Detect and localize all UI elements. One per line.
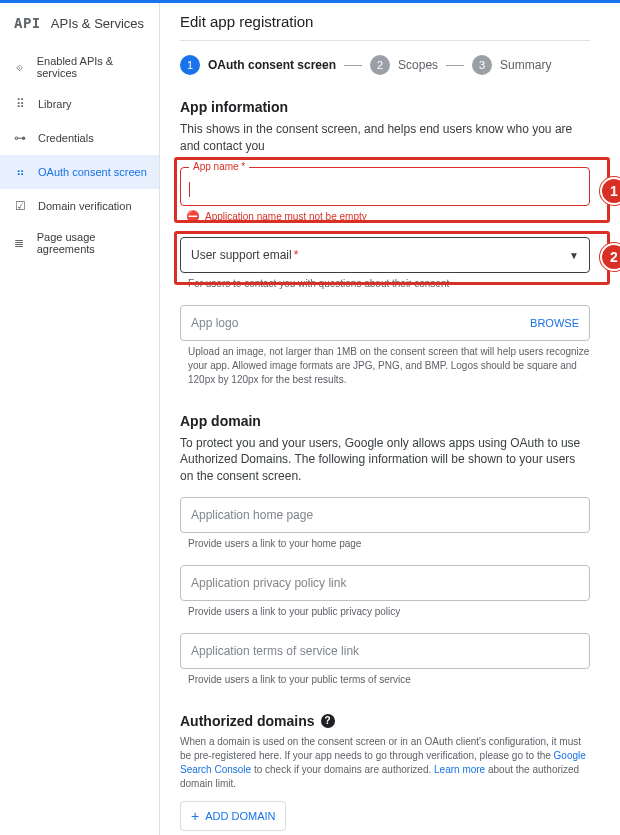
app-name-input[interactable] [191,183,579,197]
sidebar-item-label: Enabled APIs & services [37,55,149,79]
sidebar-item-label: Domain verification [38,200,132,212]
step-divider [446,65,464,66]
browse-button[interactable]: BROWSE [530,317,579,329]
privacy-policy-input[interactable] [180,565,590,601]
user-support-email-helper: For users to contact you with questions … [180,277,590,291]
sidebar-item-domain-verification[interactable]: ☑ Domain verification [0,189,159,223]
step-number: 1 [180,55,200,75]
authorized-domains-desc: When a domain is used on the consent scr… [180,735,590,791]
section-title: App information [180,99,590,115]
user-support-email-label: User support email [191,248,292,262]
stepper: 1 OAuth consent screen 2 Scopes 3 Summar… [180,55,590,75]
annotation-badge-2: 2 [600,243,620,271]
agreement-icon: ≣ [10,234,29,252]
sidebar-header: API APIs & Services [0,3,159,43]
product-title: APIs & Services [51,16,144,31]
terms-of-service-input[interactable] [180,633,590,669]
annotation-badge-1: 1 [600,177,620,205]
app-name-field[interactable]: App name * [180,167,590,206]
section-app-domain: App domain To protect you and your users… [180,413,590,687]
sidebar-item-label: Library [38,98,72,110]
text-caret-icon [189,182,190,197]
grid-icon: ⟐ [10,58,29,76]
error-icon: ⛔ [186,210,200,223]
library-icon: ⠿ [10,95,30,113]
section-description: To protect you and your users, Google on… [180,435,590,485]
sidebar-item-label: Page usage agreements [37,231,149,255]
step-summary[interactable]: 3 Summary [472,55,551,75]
step-label: Summary [500,58,551,72]
sidebar: API APIs & Services ⟐ Enabled APIs & ser… [0,3,160,835]
api-logo-icon: API [14,15,41,31]
plus-icon: + [191,808,199,824]
main-content: Edit app registration 1 OAuth consent sc… [160,3,620,835]
check-icon: ☑ [10,197,30,215]
step-number: 2 [370,55,390,75]
step-divider [344,65,362,66]
section-app-information: App information This shows in the consen… [180,99,590,387]
section-authorized-domains: Authorized domains ? When a domain is us… [180,713,590,831]
step-label: OAuth consent screen [208,58,336,72]
page-title: Edit app registration [180,13,590,41]
step-number: 3 [472,55,492,75]
sidebar-nav: ⟐ Enabled APIs & services ⠿ Library ⊶ Cr… [0,43,159,263]
app-logo-helper: Upload an image, not larger than 1MB on … [180,345,590,387]
home-page-input[interactable] [180,497,590,533]
add-domain-label: ADD DOMAIN [205,810,275,822]
section-title: App domain [180,413,590,429]
sidebar-item-oauth-consent[interactable]: ⠶ OAuth consent screen [0,155,159,189]
step-label: Scopes [398,58,438,72]
help-icon[interactable]: ? [321,714,335,728]
app-logo-label: App logo [191,316,238,330]
step-scopes[interactable]: 2 Scopes [370,55,438,75]
error-text: Application name must not be empty [205,211,367,222]
terms-of-service-helper: Provide users a link to your public term… [180,673,590,687]
sidebar-item-enabled-apis[interactable]: ⟐ Enabled APIs & services [0,47,159,87]
add-domain-button[interactable]: + ADD DOMAIN [180,801,286,831]
app-name-error: ⛔ Application name must not be empty [180,210,590,223]
home-page-helper: Provide users a link to your home page [180,537,590,551]
sidebar-item-library[interactable]: ⠿ Library [0,87,159,121]
consent-icon: ⠶ [10,163,30,181]
privacy-policy-helper: Provide users a link to your public priv… [180,605,590,619]
app-logo-field[interactable]: App logo BROWSE [180,305,590,341]
section-title: Authorized domains [180,713,315,729]
key-icon: ⊶ [10,129,30,147]
required-asterisk: * [294,248,299,262]
section-description: This shows in the consent screen, and he… [180,121,590,155]
chevron-down-icon: ▼ [569,249,579,260]
sidebar-item-label: OAuth consent screen [38,166,147,178]
learn-more-link[interactable]: Learn more [434,764,485,775]
step-oauth-consent[interactable]: 1 OAuth consent screen [180,55,336,75]
user-support-email-select[interactable]: User support email* ▼ [180,237,590,273]
app-name-label: App name * [189,161,249,172]
sidebar-item-label: Credentials [38,132,94,144]
sidebar-item-credentials[interactable]: ⊶ Credentials [0,121,159,155]
sidebar-item-page-usage[interactable]: ≣ Page usage agreements [0,223,159,263]
